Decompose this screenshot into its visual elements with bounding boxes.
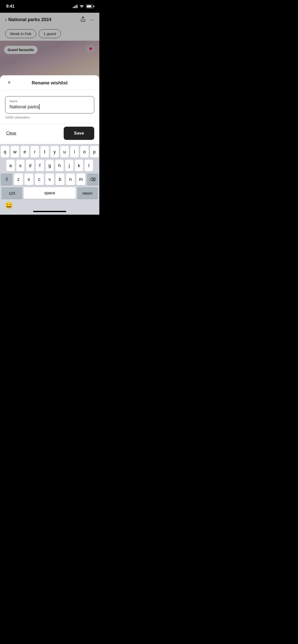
key-x[interactable]: x xyxy=(24,173,33,185)
key-z[interactable]: z xyxy=(14,173,23,185)
key-d[interactable]: d xyxy=(26,160,34,171)
battery-icon xyxy=(86,5,93,8)
status-time: 9:41 xyxy=(6,4,15,9)
numbers-key[interactable]: 123 xyxy=(2,187,22,199)
key-m[interactable]: m xyxy=(76,173,85,185)
key-v[interactable]: v xyxy=(45,173,54,185)
key-f[interactable]: f xyxy=(36,160,44,171)
key-t[interactable]: t xyxy=(40,146,49,158)
key-k[interactable]: k xyxy=(75,160,83,171)
status-icons xyxy=(73,4,93,9)
signal-icon xyxy=(73,5,77,8)
keyboard-row-3: ⇧ z x c v b n m ⌫ xyxy=(1,173,99,185)
key-p[interactable]: p xyxy=(90,146,99,158)
home-indicator xyxy=(33,211,66,212)
close-button[interactable]: × xyxy=(5,79,13,87)
wifi-icon xyxy=(79,4,84,9)
rename-wishlist-sheet: × Rename wishlist Name National parks 14… xyxy=(0,75,99,215)
sheet-body: Name National parks 14/50 characters xyxy=(0,90,99,123)
key-e[interactable]: e xyxy=(21,146,29,158)
shift-key[interactable]: ⇧ xyxy=(1,173,12,185)
key-j[interactable]: j xyxy=(65,160,73,171)
char-count: 14/50 characters xyxy=(5,115,94,119)
text-cursor xyxy=(39,104,39,110)
keyboard-row-1: q w e r t y u i o p xyxy=(1,146,99,158)
key-n[interactable]: n xyxy=(66,173,75,185)
key-h[interactable]: h xyxy=(55,160,63,171)
key-b[interactable]: b xyxy=(56,173,64,185)
name-input[interactable]: National parks xyxy=(9,104,90,110)
key-w[interactable]: w xyxy=(11,146,19,158)
key-l[interactable]: l xyxy=(85,160,93,171)
emoji-row: 😀 xyxy=(1,200,99,210)
return-key[interactable]: return xyxy=(77,187,98,199)
key-o[interactable]: o xyxy=(80,146,89,158)
sheet-footer: Clear Save xyxy=(0,123,99,144)
sheet-title: Rename wishlist xyxy=(32,80,67,86)
key-i[interactable]: i xyxy=(70,146,79,158)
name-label: Name xyxy=(9,99,90,103)
key-q[interactable]: q xyxy=(1,146,9,158)
space-key[interactable]: space xyxy=(24,187,75,199)
save-button[interactable]: Save xyxy=(64,127,94,140)
emoji-button[interactable]: 😀 xyxy=(5,201,13,209)
name-input-group[interactable]: Name National parks xyxy=(5,96,94,113)
key-s[interactable]: s xyxy=(16,160,24,171)
name-input-value: National parks xyxy=(9,104,39,110)
clear-button[interactable]: Clear xyxy=(5,129,18,138)
key-u[interactable]: u xyxy=(60,146,69,158)
key-g[interactable]: g xyxy=(46,160,54,171)
sheet-header: × Rename wishlist xyxy=(0,75,99,90)
keyboard-row-2: a s d f g h j k l xyxy=(1,160,99,171)
keyboard-bottom-row: 123 space return xyxy=(1,187,99,199)
backspace-key[interactable]: ⌫ xyxy=(87,173,99,185)
key-r[interactable]: r xyxy=(31,146,39,158)
key-a[interactable]: a xyxy=(6,160,15,171)
status-bar: 9:41 xyxy=(0,0,99,13)
keyboard: q w e r t y u i o p a s d f g h j k l ⇧ … xyxy=(0,144,99,215)
key-c[interactable]: c xyxy=(35,173,44,185)
key-y[interactable]: y xyxy=(50,146,59,158)
